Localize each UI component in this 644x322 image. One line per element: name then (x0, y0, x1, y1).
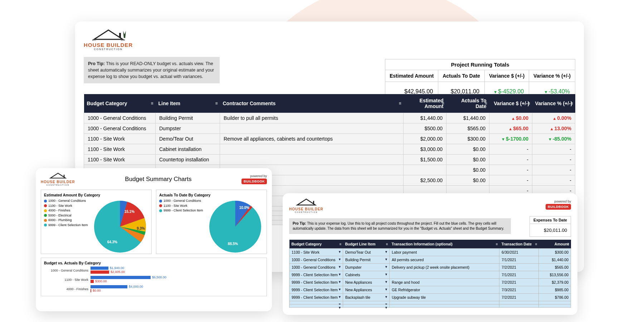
filter-icon[interactable]: ≡ (535, 242, 537, 246)
col-budget-line-item[interactable]: Budget Line Item≡ (343, 240, 390, 249)
filter-icon[interactable]: ≡ (215, 101, 218, 106)
cell-date[interactable] (499, 301, 539, 304)
dropdown-arrow-icon[interactable]: ▼ (338, 273, 341, 276)
cell-category[interactable]: 9999 - Client Selection Item▼ (289, 286, 343, 294)
dropdown-arrow-icon[interactable]: ▼ (338, 265, 341, 269)
cell-category[interactable]: ▼ (289, 301, 343, 304)
dropdown-arrow-icon[interactable]: ▼ (338, 280, 341, 284)
cell-info[interactable]: Range and hood (390, 279, 499, 286)
up-triangle-icon: ▲ (550, 127, 554, 131)
cell-info[interactable] (390, 304, 499, 308)
dropdown-arrow-icon[interactable]: ▼ (385, 265, 388, 269)
svg-text:EST.: EST. (92, 39, 96, 41)
dropdown-arrow-icon[interactable]: ▼ (385, 295, 388, 299)
cell-date[interactable]: 7/2/2021 (499, 279, 539, 286)
dropdown-arrow-icon[interactable]: ▼ (385, 258, 388, 261)
filter-icon[interactable]: ≡ (441, 101, 444, 106)
cell-date[interactable]: 6/30/2021 (499, 249, 539, 256)
cell-item[interactable]: ▼ (343, 301, 390, 304)
filter-icon[interactable]: ≡ (567, 242, 570, 246)
cell-item[interactable]: New Appliances▼ (343, 286, 390, 294)
dropdown-arrow-icon[interactable]: ▼ (385, 288, 388, 291)
cell-amount[interactable]: $13,556.00 (539, 271, 571, 279)
filter-icon[interactable]: ≡ (151, 101, 153, 106)
cell-date[interactable]: 7/1/2021 (499, 271, 539, 279)
cell-category[interactable]: 9999 - Client Selection Item▼ (289, 271, 343, 279)
col-comments[interactable]: Contractor Comments≡ (220, 94, 404, 113)
cell-date[interactable] (499, 304, 539, 308)
cell-category[interactable]: 1000 - General Conditions▼ (289, 264, 343, 271)
cell-amount[interactable]: $300.00 (539, 249, 571, 256)
cell-date[interactable]: 7/2/2021 (499, 264, 539, 271)
cell-info[interactable]: Upgrade subway tile (390, 294, 499, 301)
cell-comments: Builder to pull all permits (220, 113, 404, 123)
cell-category: 1100 - Site Work (84, 134, 156, 144)
filter-icon[interactable]: ≡ (386, 242, 388, 246)
cell-category[interactable]: ▼ (289, 304, 343, 308)
cell-info[interactable]: Labor payment (390, 249, 499, 256)
cell-category[interactable]: 1100 - Site Work▼ (289, 249, 343, 256)
filter-icon[interactable]: ≡ (340, 242, 342, 246)
cell-item[interactable]: Dumpster▼ (343, 264, 390, 271)
dropdown-arrow-icon[interactable]: ▼ (338, 306, 341, 309)
cell-info[interactable] (390, 301, 499, 304)
cell-item: Demo/Tear Out (156, 134, 220, 144)
cell-item[interactable]: Building Permit▼ (343, 256, 390, 264)
cell-info[interactable]: All permits secured (390, 256, 499, 264)
brand-name: HOUSE BUILDER (84, 42, 133, 48)
cell-variance: ▲$0.00 (489, 113, 532, 123)
col-line-item[interactable]: Line Item≡ (156, 94, 220, 113)
dropdown-arrow-icon[interactable]: ▼ (338, 295, 341, 299)
filter-icon[interactable]: ≡ (399, 101, 401, 106)
col-estimated[interactable]: Estimated Amount≡ (404, 94, 447, 113)
dropdown-arrow-icon[interactable]: ▼ (338, 288, 341, 291)
cell-category[interactable]: 1000 - General Conditions▼ (289, 256, 343, 264)
dropdown-arrow-icon[interactable]: ▼ (338, 250, 341, 254)
powered-by-label: powered by (546, 200, 571, 203)
dropdown-arrow-icon[interactable]: ▼ (385, 306, 388, 309)
cell-actuals: $0.00 (447, 175, 489, 186)
cell-item[interactable]: ▼ (343, 304, 390, 308)
cell-amount[interactable]: $985.00 (539, 286, 571, 294)
dropdown-arrow-icon[interactable]: ▼ (385, 250, 388, 254)
dropdown-arrow-icon[interactable]: ▼ (385, 273, 388, 276)
cell-date[interactable]: 7/2/2021 (499, 294, 539, 301)
cell-amount[interactable] (539, 301, 571, 304)
dropdown-arrow-icon[interactable]: ▼ (338, 258, 341, 261)
col-variance-dollar[interactable]: Variance $ (+/-)≡ (489, 94, 532, 113)
cell-info[interactable]: Delivery and pickup (2 week onsite place… (390, 264, 499, 271)
brand-name: HOUSE BUILDER (289, 208, 323, 211)
cell-info[interactable]: GE Refridgerator (390, 286, 499, 294)
cell-item[interactable]: Backsplash tile▼ (343, 294, 390, 301)
cell-info[interactable] (390, 271, 499, 279)
cell-amount[interactable]: $2,379.00 (539, 279, 571, 286)
dropdown-arrow-icon[interactable]: ▼ (385, 280, 388, 284)
col-amount[interactable]: Amount≡ (539, 240, 571, 249)
col-budget-category[interactable]: Budget Category≡ (84, 94, 156, 113)
col-variance-percent[interactable]: Variance % (+/-)≡ (532, 94, 575, 113)
cell-item[interactable]: Cabinets▼ (343, 271, 390, 279)
cell-item[interactable]: Demo/Tear Out▼ (343, 249, 390, 256)
cell-amount[interactable]: $786.00 (539, 294, 571, 301)
filter-icon[interactable]: ≡ (484, 101, 487, 106)
cell-date[interactable]: 7/3/2021 (499, 286, 539, 294)
cell-date[interactable]: 7/1/2021 (499, 256, 539, 264)
table-row: ▼▼ (289, 304, 571, 308)
cell-category[interactable]: 9999 - Client Selection Item▼ (289, 294, 343, 301)
cell-amount[interactable]: $565.00 (539, 264, 571, 271)
filter-icon[interactable]: ≡ (570, 101, 573, 106)
filter-icon[interactable]: ≡ (527, 101, 530, 106)
cell-actuals: $565.00 (447, 123, 489, 134)
col-transaction-date[interactable]: Transaction Date≡ (499, 240, 539, 249)
filter-icon[interactable]: ≡ (496, 242, 498, 246)
cell-item[interactable]: New Appliances▼ (343, 279, 390, 286)
pro-tip-box: Pro Tip: This is your READ-ONLY budget v… (84, 57, 220, 83)
col-transaction-info[interactable]: Transaction Information (optional)≡ (390, 240, 499, 249)
col-actuals[interactable]: Actuals To Date≡ (447, 94, 489, 113)
col-budget-category[interactable]: Budget Category≡ (289, 240, 343, 249)
svg-rect-6 (64, 175, 65, 177)
cell-amount[interactable]: $1,440.00 (539, 256, 571, 264)
cell-amount[interactable] (539, 304, 571, 308)
cell-category[interactable]: 9999 - Client Selection Item▼ (289, 279, 343, 286)
legend-label: 6000 - Plumbing (48, 218, 72, 223)
